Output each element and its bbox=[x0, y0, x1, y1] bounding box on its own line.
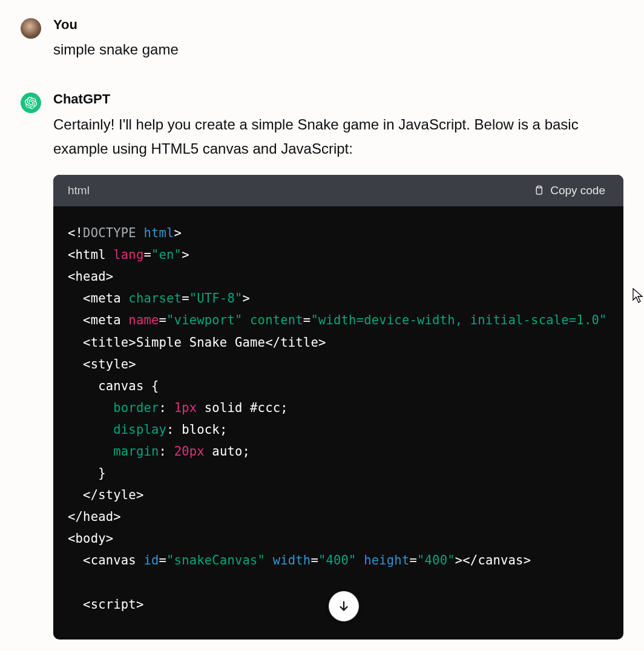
user-message-text: simple snake game bbox=[53, 38, 623, 62]
copy-code-button[interactable]: Copy code bbox=[530, 183, 609, 198]
assistant-message-text: Certainly! I'll help you create a simple… bbox=[53, 113, 623, 162]
code-block-header: html Copy code bbox=[53, 175, 623, 206]
code-content[interactable]: <!DOCTYPE html> <html lang="en"> <head> … bbox=[53, 206, 623, 639]
svg-rect-1 bbox=[537, 186, 541, 188]
assistant-avatar bbox=[21, 93, 41, 113]
assistant-author-label: ChatGPT bbox=[53, 91, 623, 107]
assistant-message: ChatGPT Certainly! I'll help you create … bbox=[21, 91, 623, 639]
user-message: You simple snake game bbox=[21, 17, 623, 62]
clipboard-icon bbox=[533, 185, 544, 197]
code-block: html Copy code <!DOCTYPE html> <html lan… bbox=[53, 175, 623, 639]
copy-code-label: Copy code bbox=[550, 184, 605, 197]
chat-thread: You simple snake game ChatGPT Certainly!… bbox=[0, 0, 644, 640]
user-author-label: You bbox=[53, 17, 623, 33]
code-language-label: html bbox=[68, 184, 90, 197]
openai-logo-icon bbox=[24, 96, 38, 110]
user-avatar bbox=[21, 18, 41, 39]
scroll-to-bottom-button[interactable] bbox=[329, 591, 359, 621]
arrow-down-icon bbox=[337, 600, 350, 613]
